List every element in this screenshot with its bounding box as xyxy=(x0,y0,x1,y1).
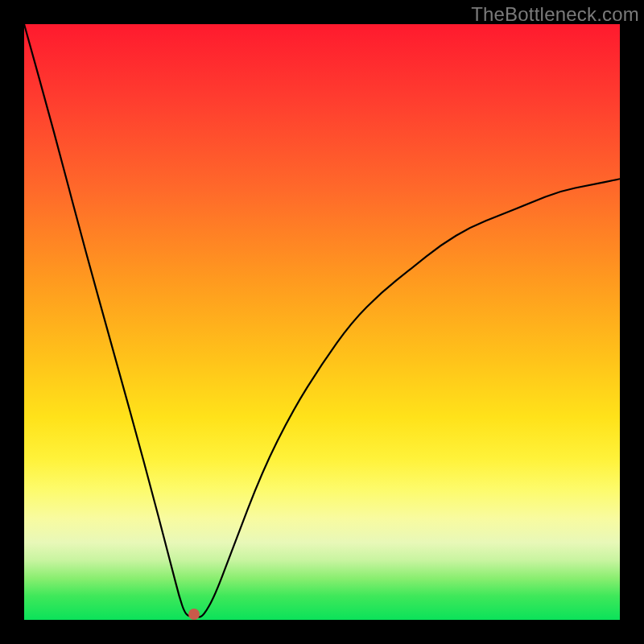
chart-frame: TheBottleneck.com xyxy=(0,0,644,644)
watermark-text: TheBottleneck.com xyxy=(471,3,639,26)
plot-area xyxy=(24,24,620,620)
optimum-marker xyxy=(188,609,200,620)
bottleneck-curve xyxy=(24,24,620,620)
